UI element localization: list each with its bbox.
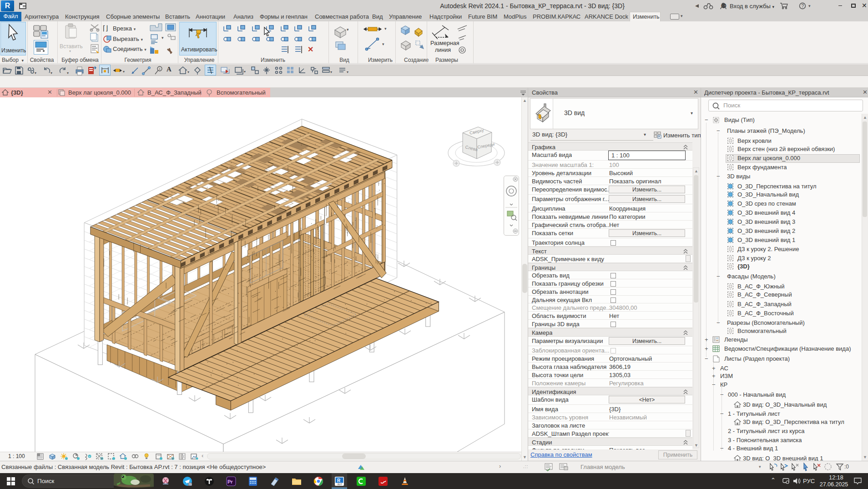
svg-text:RVT: RVT [338,483,342,486]
svg-text:▾: ▾ [67,71,69,75]
svg-text:Pr: Pr [227,479,233,484]
svg-text:R: R [337,478,341,483]
svg-text:▾: ▾ [50,71,52,75]
svg-text:?: ? [802,4,804,9]
svg-text:▾: ▾ [123,70,125,74]
svg-text:▾: ▾ [187,70,189,74]
svg-text:▾: ▾ [244,70,246,74]
svg-text:▾: ▾ [35,71,36,75]
svg-text:▾: ▾ [330,70,332,74]
svg-text:75: 75 [189,483,192,486]
svg-text:1: 1 [159,67,161,71]
svg-text:▾: ▾ [347,70,348,74]
